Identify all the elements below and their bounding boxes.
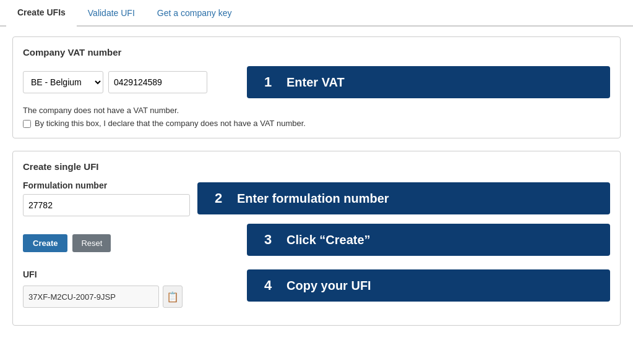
step3-number: 3 (259, 232, 277, 248)
ufi-label: UFI (23, 269, 239, 279)
ufi-output-step-row: UFI 📋 4 Copy your UFI (23, 263, 610, 308)
ufi-output-field (23, 286, 159, 308)
step1-badge-wrapper: 1 Enter VAT (247, 66, 610, 98)
formulation-input[interactable] (23, 194, 190, 216)
step1-number: 1 (259, 74, 277, 90)
step3-badge: 3 Click “Create” (247, 224, 610, 256)
create-button[interactable]: Create (23, 234, 67, 252)
vat-inputs-container: BE - Belgium FR - France DE - Germany IT… (23, 71, 239, 93)
step4-badge: 4 Copy your UFI (247, 269, 610, 302)
step3-badge-wrapper: 3 Click “Create” (247, 224, 610, 256)
formulation-step-row: Formulation number 2 Enter formulation n… (23, 180, 610, 216)
step2-number: 2 (210, 190, 227, 206)
ufi-section-title: Create single UFI (23, 161, 610, 172)
tab-create-ufis[interactable]: Create UFIs (6, 0, 77, 27)
vat-section-title: Company VAT number (23, 47, 610, 57)
ufi-copy-button[interactable]: 📋 (163, 286, 183, 308)
step2-badge: 2 Enter formulation number (197, 182, 610, 214)
step4-badge-wrapper: 4 Copy your UFI (247, 269, 610, 302)
no-vat-notice: The company does not have a VAT number. (23, 106, 610, 115)
main-content: Company VAT number BE - Belgium FR - Fra… (0, 27, 633, 348)
formulation-label: Formulation number (23, 180, 190, 190)
create-reset-step-row: Create Reset 3 Click “Create” (23, 224, 610, 256)
country-select[interactable]: BE - Belgium FR - France DE - Germany IT… (23, 71, 103, 93)
vat-step-row: BE - Belgium FR - France DE - Germany IT… (23, 66, 610, 98)
vat-input[interactable] (108, 71, 207, 93)
step4-number: 4 (259, 277, 277, 294)
no-vat-checkbox[interactable] (23, 120, 31, 128)
vat-section: Company VAT number BE - Belgium FR - Fra… (12, 36, 621, 138)
step1-badge: 1 Enter VAT (247, 66, 610, 98)
no-vat-checkbox-label: By ticking this box, I declare that the … (35, 119, 306, 128)
step3-label: Click “Create” (286, 233, 371, 247)
tab-get-company-key[interactable]: Get a company key (146, 0, 243, 25)
tab-bar: Create UFIs Validate UFI Get a company k… (0, 0, 633, 27)
ufi-section: Create single UFI Formulation number 2 E… (12, 151, 621, 326)
step1-label: Enter VAT (286, 75, 345, 90)
no-vat-checkbox-row: By ticking this box, I declare that the … (23, 119, 610, 128)
formulation-left: Formulation number (23, 180, 190, 216)
tab-validate-ufi[interactable]: Validate UFI (77, 0, 146, 25)
step2-label: Enter formulation number (237, 192, 389, 206)
step2-badge-wrapper: 2 Enter formulation number (197, 182, 610, 214)
step4-label: Copy your UFI (286, 279, 371, 293)
btn-group: Create Reset (23, 234, 239, 252)
reset-button[interactable]: Reset (72, 234, 111, 252)
ufi-output-left: UFI 📋 (23, 263, 239, 308)
copy-icon: 📋 (166, 291, 179, 303)
ufi-output-row: 📋 (23, 286, 239, 308)
